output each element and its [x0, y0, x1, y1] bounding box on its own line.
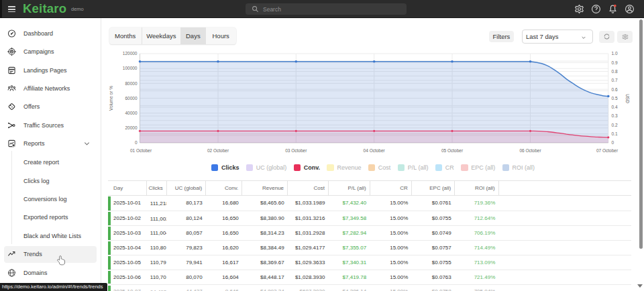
svg-text:0.7: 0.7: [612, 78, 618, 82]
svg-text:0.2: 0.2: [612, 123, 618, 127]
svg-text:0.5: 0.5: [612, 96, 618, 101]
svg-text:0.6: 0.6: [612, 87, 618, 92]
svg-text:03 October: 03 October: [285, 148, 307, 153]
svg-text:60000: 60000: [125, 96, 137, 101]
svg-text:0.1: 0.1: [612, 131, 618, 136]
svg-text:0.8: 0.8: [612, 69, 618, 74]
svg-text:0.9: 0.9: [612, 60, 618, 65]
svg-text:0.3: 0.3: [612, 113, 618, 118]
svg-text:0: 0: [135, 140, 138, 145]
svg-text:02 October: 02 October: [207, 148, 229, 153]
svg-text:100000: 100000: [123, 66, 138, 70]
svg-text:120000: 120000: [123, 51, 138, 56]
svg-text:1.0: 1.0: [612, 51, 618, 56]
svg-text:06 October: 06 October: [519, 148, 541, 153]
svg-text:07 October: 07 October: [596, 148, 619, 153]
svg-text:20000: 20000: [125, 125, 137, 130]
svg-text:Volume or %: Volume or %: [109, 86, 113, 111]
svg-text:01 October: 01 October: [130, 148, 152, 153]
svg-text:80000: 80000: [125, 81, 137, 86]
svg-text:0: 0: [612, 140, 614, 145]
svg-text:04 October: 04 October: [364, 148, 386, 153]
svg-text:40000: 40000: [125, 111, 137, 115]
svg-text:USD: USD: [625, 94, 630, 103]
svg-text:0.4: 0.4: [612, 105, 618, 109]
svg-text:05 October: 05 October: [441, 148, 464, 153]
